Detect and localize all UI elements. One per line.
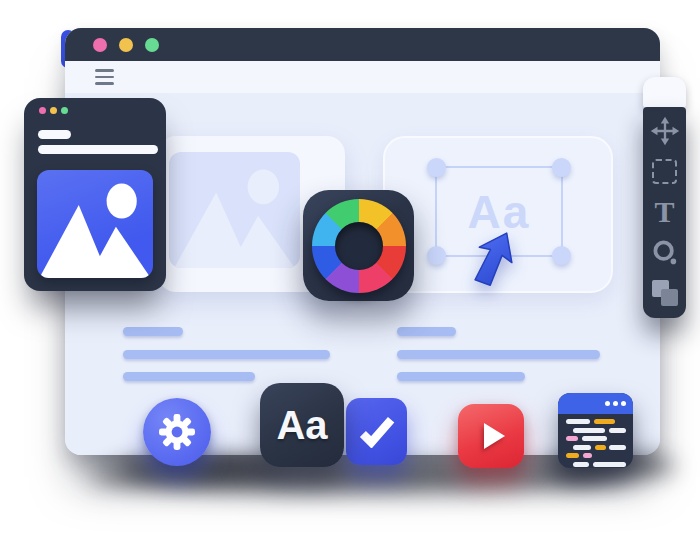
code-line-segment	[566, 436, 578, 441]
dashed-selection-icon	[652, 159, 677, 184]
type-icon-label: Aa	[276, 403, 327, 448]
mountain-photo-icon	[169, 152, 300, 268]
code-line-segment	[593, 462, 626, 467]
code-window-dots	[602, 401, 626, 406]
code-line-segment	[609, 445, 626, 450]
checkmark-app-icon[interactable]	[346, 398, 407, 465]
typography-app-icon[interactable]: Aa	[260, 383, 344, 467]
traffic-light-minimize[interactable]	[119, 38, 133, 52]
placeholder-line	[123, 327, 183, 336]
code-line-segment	[582, 436, 607, 441]
code-line-segment	[566, 419, 590, 424]
pointer-arrow-icon	[474, 228, 518, 294]
toolbar-top-cap	[643, 77, 686, 108]
mountain-photo-icon	[37, 170, 153, 278]
marquee-select-tool-icon[interactable]	[650, 157, 680, 186]
video-play-app-icon[interactable]	[458, 404, 524, 468]
window-dot	[621, 401, 626, 406]
code-line-segment	[566, 453, 579, 458]
traffic-lights	[93, 38, 171, 52]
shapes-tool-icon[interactable]	[650, 278, 680, 307]
code-line-segment	[573, 445, 591, 450]
mini-traffic-light[interactable]	[50, 107, 57, 114]
magnifier-icon	[651, 239, 679, 267]
mini-window-panel	[24, 98, 166, 291]
mini-traffic-light[interactable]	[39, 107, 46, 114]
placeholder-line	[123, 350, 330, 359]
selection-handle-top-right[interactable]	[552, 158, 571, 177]
placeholder-line	[397, 350, 600, 359]
hamburger-bar	[95, 76, 114, 79]
code-line-segment	[573, 428, 605, 433]
toolbar-body: T	[643, 107, 686, 318]
text-T-icon: T	[654, 197, 674, 227]
checkmark-icon	[358, 416, 396, 448]
code-line-segment	[583, 453, 592, 458]
selection-handle-bottom-right[interactable]	[552, 246, 571, 265]
window-dot	[605, 401, 610, 406]
code-line-segment	[595, 445, 606, 450]
selection-handle-bottom-left[interactable]	[427, 246, 446, 265]
code-line-segment	[573, 462, 589, 467]
placeholder-line	[123, 372, 255, 381]
illustration-canvas: Aa	[0, 0, 700, 540]
gear-icon	[157, 412, 197, 452]
move-tool-icon[interactable]	[650, 116, 680, 146]
mini-text-bars	[38, 130, 158, 160]
window-dot	[613, 401, 618, 406]
color-wheel-icon	[312, 199, 406, 293]
zoom-tool-icon[interactable]	[650, 238, 680, 267]
hamburger-menu-icon[interactable]	[95, 69, 114, 85]
tools-sidebar: T	[643, 77, 686, 318]
code-line-segment	[594, 419, 615, 424]
code-line-segment	[609, 428, 626, 433]
hamburger-bar	[95, 69, 114, 72]
mini-text-bar	[38, 130, 71, 139]
code-window-header	[558, 393, 633, 414]
settings-app-icon[interactable]	[143, 398, 211, 466]
overlapping-squares-icon	[652, 280, 678, 306]
floor-shadow	[120, 455, 280, 481]
traffic-light-maximize[interactable]	[145, 38, 159, 52]
traffic-light-close[interactable]	[93, 38, 107, 52]
placeholder-line	[397, 372, 525, 381]
browser-titlebar	[65, 28, 660, 61]
mini-image-block	[37, 170, 153, 278]
mini-traffic-light[interactable]	[61, 107, 68, 114]
mini-traffic-lights	[39, 107, 72, 114]
color-wheel-app-icon[interactable]	[303, 190, 414, 301]
browser-menu-strip	[65, 61, 660, 93]
play-icon	[484, 423, 505, 449]
move-arrows-icon	[650, 116, 680, 146]
code-editor-app-icon[interactable]	[558, 393, 633, 468]
text-tool-icon[interactable]: T	[650, 197, 680, 227]
placeholder-line	[397, 327, 456, 336]
hamburger-bar	[95, 82, 114, 85]
selection-handle-top-left[interactable]	[427, 158, 446, 177]
image-placeholder	[169, 152, 300, 268]
front-square	[661, 289, 678, 306]
mini-text-bar	[38, 145, 158, 154]
